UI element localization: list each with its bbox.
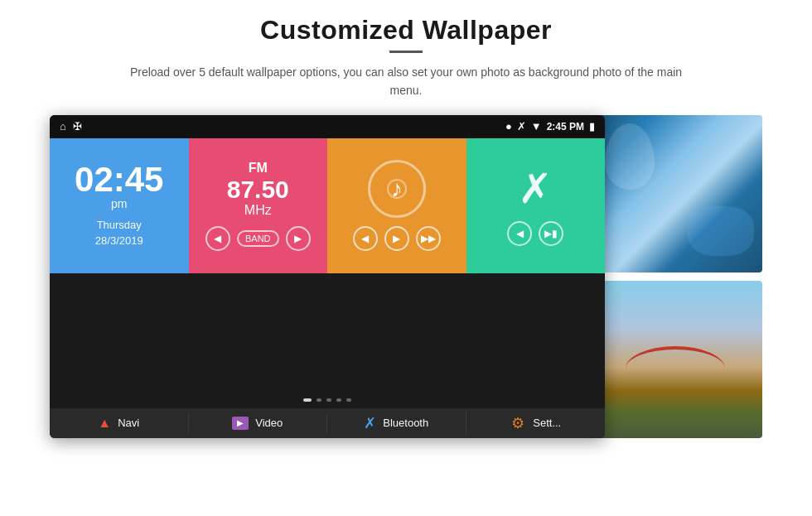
car-screen: ⌂ ✠ ● ✗ ▼ 2:45 PM ▮ 02:45 pm [50,115,605,438]
page-dots [50,392,605,408]
bluetooth-controls: ◀ ▶▮ [507,221,563,246]
widget-clock: 02:45 pm Thursday 28/3/2019 [50,138,189,273]
dot-1 [303,398,312,402]
clock-date: Thursday 28/3/2019 [95,217,143,249]
home-icon: ⌂ [60,120,66,133]
device-showcase: ⌂ ✠ ● ✗ ▼ 2:45 PM ▮ 02:45 pm [50,115,762,438]
clock-time: 02:45 [75,162,163,197]
status-time: 2:45 PM [547,121,584,133]
bluetooth-menu-icon: ✗ [364,414,376,432]
bluetooth-large-icon: ✗ [518,165,553,213]
dot-2 [317,398,321,402]
usb-icon: ✠ [73,120,82,133]
widget-bluetooth: ✗ ◀ ▶▮ [466,138,606,273]
menu-bar: ▲ Navi ▶ Video ✗ Bluetooth ⚙ [50,408,605,438]
wallpaper-photo-ice [588,115,762,272]
music-note-icon: ♪ [391,176,403,202]
settings-icon: ⚙ [510,415,526,432]
menu-item-settings[interactable]: ⚙ Sett... [466,412,606,435]
bt-prev-button[interactable]: ◀ [507,221,532,246]
dot-3 [326,398,331,402]
radio-band-button[interactable]: BAND [237,230,279,247]
wallpaper-photo-bridge [588,281,762,438]
menu-label-settings: Sett... [533,417,561,429]
dot-5 [346,398,351,402]
bluetooth-status-icon: ✗ [517,120,526,133]
battery-icon: ▮ [589,120,595,133]
location-icon: ● [505,120,512,133]
menu-label-navi: Navi [118,417,139,429]
page-description: Preload over 5 default wallpaper options… [116,63,696,100]
music-play-button[interactable]: ▶ [384,226,409,251]
status-bar-left: ⌂ ✠ [60,120,82,133]
page-container: Customized Wallpaper Preload over 5 defa… [0,0,812,516]
dot-4 [336,398,341,402]
title-divider [389,51,423,53]
wifi-icon: ▼ [531,120,542,133]
menu-item-bluetooth[interactable]: ✗ Bluetooth [327,411,466,436]
music-next-button[interactable]: ▶▶ [416,226,441,251]
menu-label-bluetooth: Bluetooth [383,417,428,429]
widget-music: ♪ ◀ ▶ ▶▶ [327,138,466,273]
bridge-image [588,281,762,438]
status-bar-right: ● ✗ ▼ 2:45 PM ▮ [505,120,595,133]
status-bar: ⌂ ✠ ● ✗ ▼ 2:45 PM ▮ [50,115,605,138]
clock-ampm: pm [111,197,127,210]
main-grid: 02:45 pm Thursday 28/3/2019 FM 87.50 MHz… [50,138,605,408]
menu-label-video: Video [255,417,283,429]
music-disc: ♪ [368,160,426,218]
ice-cave-image [588,115,762,272]
navi-icon: ▲ [98,416,111,431]
radio-next-button[interactable]: ▶ [286,226,311,251]
music-prev-button[interactable]: ◀ [353,226,378,251]
widget-radio: FM 87.50 MHz ◀ BAND ▶ [189,138,328,273]
video-icon: ▶ [232,417,249,430]
music-controls: ◀ ▶ ▶▶ [353,226,441,251]
radio-band-label: FM [249,161,268,176]
radio-prev-button[interactable]: ◀ [205,226,230,251]
radio-frequency: 87.50 [227,176,289,203]
menu-item-video[interactable]: ▶ Video [189,413,328,433]
menu-item-navi[interactable]: ▲ Navi [50,412,189,434]
bt-next-button[interactable]: ▶▮ [539,221,563,246]
page-title: Customized Wallpaper [260,15,552,46]
radio-controls: ◀ BAND ▶ [205,226,311,251]
radio-unit: MHz [244,203,272,218]
